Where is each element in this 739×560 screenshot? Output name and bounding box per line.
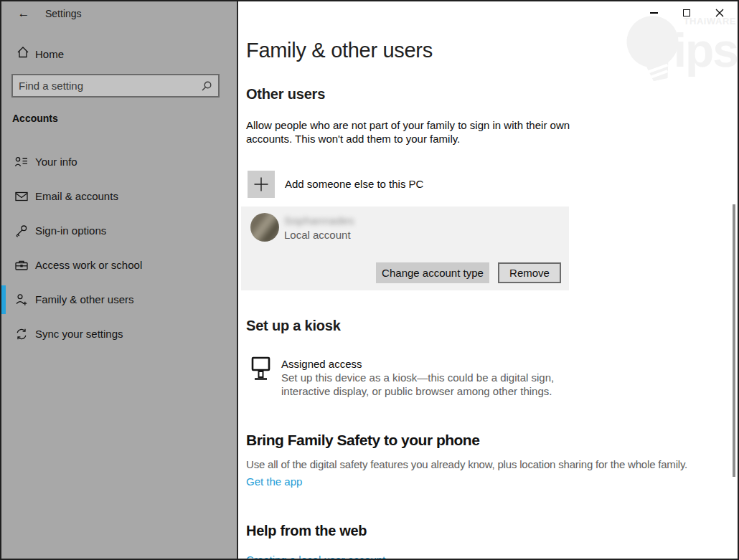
sidebar-item-label: Your info <box>35 156 77 168</box>
family-safety-heading: Bring Family Safety to your phone <box>246 432 479 449</box>
sync-icon <box>14 327 29 344</box>
account-card[interactable]: Sophannades Local account Change account… <box>241 207 569 290</box>
assigned-access-title: Assigned access <box>281 357 362 371</box>
other-users-description: Allow people who are not part of your fa… <box>246 118 583 146</box>
search-input[interactable] <box>13 75 201 96</box>
lightbulb-watermark-icon <box>611 14 697 86</box>
sidebar-item-email-accounts[interactable]: Email & accounts <box>1 179 237 214</box>
avatar <box>250 213 279 242</box>
scrollbar-thumb[interactable] <box>733 204 735 477</box>
app-title: Settings <box>45 8 82 19</box>
plus-icon <box>248 171 275 198</box>
account-name-blurred: Sophannades <box>284 214 354 227</box>
remove-button[interactable]: Remove <box>498 262 561 283</box>
sidebar-section-heading: Accounts <box>12 113 58 124</box>
other-users-heading: Other users <box>246 86 325 103</box>
kiosk-heading: Set up a kiosk <box>246 318 341 334</box>
sidebar-item-label: Email & accounts <box>35 190 118 202</box>
sidebar: ← Settings Home Accounts <box>1 1 238 559</box>
help-heading: Help from the web <box>246 523 367 539</box>
help-link-clipped[interactable]: Creating a local user account <box>246 554 385 559</box>
settings-window: ← Settings Home Accounts <box>0 0 739 560</box>
page-title: Family & other users <box>246 39 433 62</box>
person-plus-icon <box>14 293 29 310</box>
maximize-icon <box>683 9 690 16</box>
selected-indicator <box>1 285 6 314</box>
sidebar-item-family-other-users[interactable]: Family & other users <box>1 283 237 317</box>
back-arrow-icon: ← <box>18 6 30 21</box>
minimize-icon <box>650 12 658 14</box>
sidebar-item-sync-settings[interactable]: Sync your settings <box>1 317 237 351</box>
main-content: THAiWARE ips Family & other users Other … <box>238 1 738 559</box>
assigned-access-description: Set up this device as a kiosk—this could… <box>281 371 586 398</box>
close-icon <box>715 9 724 17</box>
sidebar-item-label: Sign-in options <box>35 224 106 237</box>
sidebar-item-label: Home <box>35 48 64 60</box>
change-account-type-button[interactable]: Change account type <box>376 262 489 283</box>
add-someone-button[interactable]: Add someone else to this PC <box>248 171 549 198</box>
sidebar-item-label: Access work or school <box>35 259 142 271</box>
sidebar-item-access-work-school[interactable]: Access work or school <box>1 248 237 283</box>
back-button[interactable]: ← <box>11 4 36 23</box>
get-the-app-link[interactable]: Get the app <box>246 475 302 488</box>
sidebar-item-label: Family & other users <box>35 293 134 305</box>
sidebar-item-sign-in-options[interactable]: Sign-in options <box>1 214 237 248</box>
person-list-icon <box>14 155 29 172</box>
maximize-button[interactable] <box>670 3 703 23</box>
home-icon <box>16 45 30 62</box>
account-type-label: Local account <box>284 229 351 241</box>
minimize-button[interactable] <box>637 3 670 23</box>
family-safety-description: Use all of the digital safety features y… <box>246 457 705 471</box>
search-icon[interactable] <box>201 80 212 92</box>
sidebar-item-label: Sync your settings <box>35 328 123 340</box>
envelope-icon <box>14 189 29 207</box>
key-icon <box>14 224 29 241</box>
add-someone-label: Add someone else to this PC <box>285 178 423 190</box>
search-box <box>11 74 220 98</box>
close-button[interactable] <box>703 3 736 23</box>
watermark-tips-text: ips <box>674 23 738 77</box>
sidebar-item-home[interactable]: Home <box>1 42 237 66</box>
sidebar-item-your-info[interactable]: Your info <box>1 145 237 179</box>
briefcase-icon <box>14 258 29 275</box>
kiosk-display-icon <box>251 356 271 391</box>
